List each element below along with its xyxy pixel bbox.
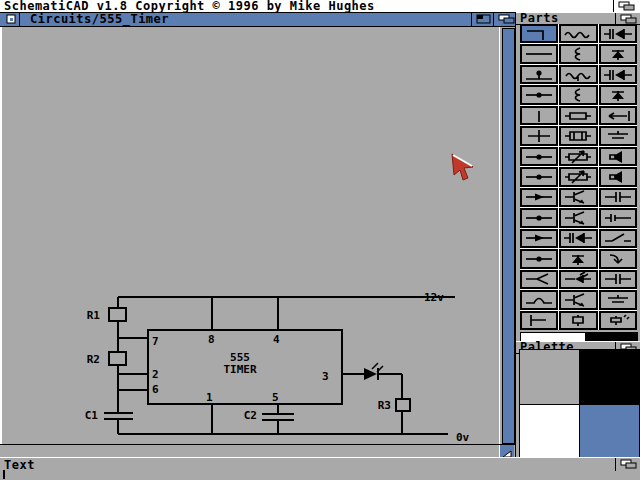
- schematic-canvas[interactable]: R1 R2 C1 C2 R3 12v 0v 555 TIMER 8 4 7 2 …: [0, 27, 499, 444]
- tapped-coil-icon: [563, 68, 593, 82]
- bump-junction-icon: [524, 293, 554, 307]
- palette-swatch-black[interactable]: [580, 350, 639, 404]
- part-polarized-cap-h-button[interactable]: [599, 126, 637, 145]
- part-junction-bead-button[interactable]: [520, 147, 558, 166]
- capacitor-offset-icon: [603, 190, 633, 204]
- part-wire-cross-button[interactable]: [520, 126, 558, 145]
- junction-dot-large-icon: [524, 170, 554, 184]
- part-diode-capacitor-alt-button[interactable]: [599, 65, 637, 84]
- pin6-label: 6: [152, 383, 159, 396]
- part-wire-button[interactable]: [520, 44, 558, 63]
- part-crystal-button[interactable]: [559, 311, 597, 330]
- gnd-label: 0v: [456, 431, 470, 444]
- part-current-source-button[interactable]: [520, 188, 558, 207]
- transistor-pnp-icon: [563, 211, 593, 225]
- palette-swatch-blue[interactable]: [580, 405, 639, 459]
- part-capacitor-button[interactable]: [599, 270, 637, 289]
- coil-icon: [563, 47, 593, 61]
- part-relay-button[interactable]: [559, 126, 597, 145]
- vertical-scrollbar-thumb[interactable]: [502, 28, 515, 444]
- part-tee-junction-button[interactable]: [520, 311, 558, 330]
- part-contact-button[interactable]: [599, 208, 637, 227]
- wire-corner-icon: [524, 27, 554, 41]
- part-arrow-wire-button[interactable]: [520, 229, 558, 248]
- part-junction-top-dot-button[interactable]: [520, 65, 558, 84]
- text-tool-window[interactable]: Text: [0, 457, 640, 480]
- part-resistor-button[interactable]: [559, 24, 597, 43]
- part-coil-half-button[interactable]: [559, 85, 597, 104]
- part-capacitor-offset-button[interactable]: [599, 188, 637, 207]
- junction-node-icon: [524, 252, 554, 266]
- text-cursor: [3, 470, 5, 479]
- current-source-icon: [524, 190, 554, 204]
- led-symbol: [364, 368, 377, 380]
- palette-swatch-white[interactable]: [520, 405, 579, 459]
- r2-label: R2: [87, 353, 100, 366]
- part-hook-arrow-button[interactable]: [599, 249, 637, 268]
- resistor-icon: [563, 27, 593, 41]
- zoom-icon: [476, 14, 492, 25]
- polarized-capacitor-icon: [603, 293, 633, 307]
- c1-label: C1: [85, 409, 99, 422]
- depth-icon: [620, 14, 638, 24]
- part-coil-button[interactable]: [559, 44, 597, 63]
- junction-bead-icon: [524, 150, 554, 164]
- variable-resistor-icon: [563, 170, 593, 184]
- part-switch-button[interactable]: [599, 229, 637, 248]
- part-probe-arrow-button[interactable]: [599, 106, 637, 125]
- close-gadget[interactable]: [0, 13, 20, 26]
- palette-swatch-gray[interactable]: [520, 350, 579, 404]
- resize-gadget[interactable]: [499, 445, 514, 457]
- part-diode-button[interactable]: [559, 229, 597, 248]
- coil-half-icon: [563, 88, 593, 102]
- pin4-label: 4: [273, 333, 280, 346]
- parts-depth-gadget[interactable]: [615, 13, 640, 24]
- text-tool-title: Text: [4, 458, 35, 472]
- part-transistor-pnp-button[interactable]: [559, 208, 597, 227]
- part-transistor-npn-button[interactable]: [559, 188, 597, 207]
- switch-icon: [603, 231, 633, 245]
- part-junction-dot-large-button[interactable]: [520, 167, 558, 186]
- part-led-button[interactable]: [559, 270, 597, 289]
- part-speaker-button[interactable]: [599, 147, 637, 166]
- document-title-bar[interactable]: Circuits/555_Timer: [0, 13, 515, 27]
- part-polarized-capacitor-button[interactable]: [599, 290, 637, 309]
- diode-capacitor-icon: [603, 27, 633, 41]
- part-buzzer-button[interactable]: [599, 167, 637, 186]
- part-potentiometer-button[interactable]: [559, 147, 597, 166]
- document-depth-gadget[interactable]: [493, 13, 515, 26]
- part-transistor-up-button[interactable]: [599, 85, 637, 104]
- parts-scrollbar-track: [585, 333, 637, 341]
- c1-symbol: [104, 413, 133, 419]
- part-phototransistor-button[interactable]: [559, 290, 597, 309]
- part-crystal-marked-button[interactable]: [599, 311, 637, 330]
- part-wire-split-button[interactable]: [520, 270, 558, 289]
- vertical-scrollbar[interactable]: [499, 27, 515, 444]
- arrow-wire-icon: [524, 231, 554, 245]
- part-junction-dot-button[interactable]: [520, 85, 558, 104]
- part-zener-diode-button[interactable]: [559, 249, 597, 268]
- screen-depth-gadget[interactable]: [613, 0, 640, 12]
- part-diode-capacitor-button[interactable]: [599, 24, 637, 43]
- part-diode-up-button[interactable]: [599, 44, 637, 63]
- buzzer-icon: [603, 170, 633, 184]
- junction-arrow-icon: [524, 211, 554, 225]
- part-tapped-coil-button[interactable]: [559, 65, 597, 84]
- part-wire-vertical-button[interactable]: [520, 106, 558, 125]
- part-junction-node-button[interactable]: [520, 249, 558, 268]
- diode-capacitor-alt-icon: [603, 68, 633, 82]
- part-bump-junction-button[interactable]: [520, 290, 558, 309]
- part-junction-arrow-button[interactable]: [520, 208, 558, 227]
- pin2-label: 2: [152, 368, 159, 381]
- schematic-drawing: R1 R2 C1 C2 R3 12v 0v 555 TIMER 8 4 7 2 …: [2, 27, 499, 444]
- zoom-gadget[interactable]: [471, 13, 493, 26]
- part-wire-corner-button[interactable]: [520, 24, 558, 43]
- part-variable-resistor-button[interactable]: [559, 167, 597, 186]
- wire-icon: [524, 47, 554, 61]
- polarized-cap-h-icon: [603, 129, 633, 143]
- part-resistor-box-button[interactable]: [559, 106, 597, 125]
- crystal-marked-icon: [603, 313, 633, 327]
- r2-symbol: [109, 352, 126, 365]
- text-depth-gadget[interactable]: [615, 458, 640, 471]
- probe-arrow-icon: [603, 109, 633, 123]
